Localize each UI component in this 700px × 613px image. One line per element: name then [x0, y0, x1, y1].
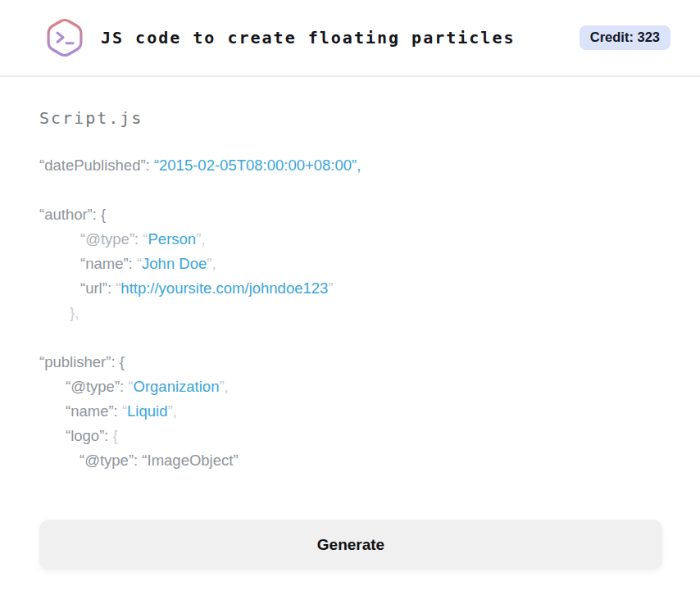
credit-badge: Credit: 323	[580, 25, 670, 50]
code-line	[39, 178, 662, 202]
code-line: “author”: {	[39, 202, 662, 227]
code-block: “datePublished”: “2015-02-05T08:00:00+08…	[39, 153, 662, 473]
code-line: “@type”: “ImageObject”	[39, 448, 662, 473]
header: JS code to create floating particles Cre…	[0, 0, 700, 77]
code-line: “name”: “Liquid”,	[39, 399, 662, 424]
code-line: “publisher”: {	[39, 350, 662, 375]
main-content: Script.js “datePublished”: “2015-02-05T0…	[0, 108, 700, 570]
code-line	[39, 325, 662, 350]
page-title: JS code to create floating particles	[101, 28, 580, 48]
code-line: “@type”: “Person”,	[39, 227, 662, 252]
file-title: Script.js	[39, 108, 662, 128]
code-line: “datePublished”: “2015-02-05T08:00:00+08…	[39, 153, 662, 178]
code-line: “name”: “John Doe”,	[39, 252, 662, 276]
code-line: “logo”: {	[39, 424, 662, 448]
code-line: },	[39, 301, 662, 325]
terminal-prompt-hexagon-icon	[45, 16, 84, 59]
generate-button[interactable]: Generate	[39, 520, 662, 570]
code-line: “@type”: “Organization”,	[39, 375, 662, 399]
code-line: “url”: “http://yoursite.com/johndoe123”	[39, 276, 662, 301]
